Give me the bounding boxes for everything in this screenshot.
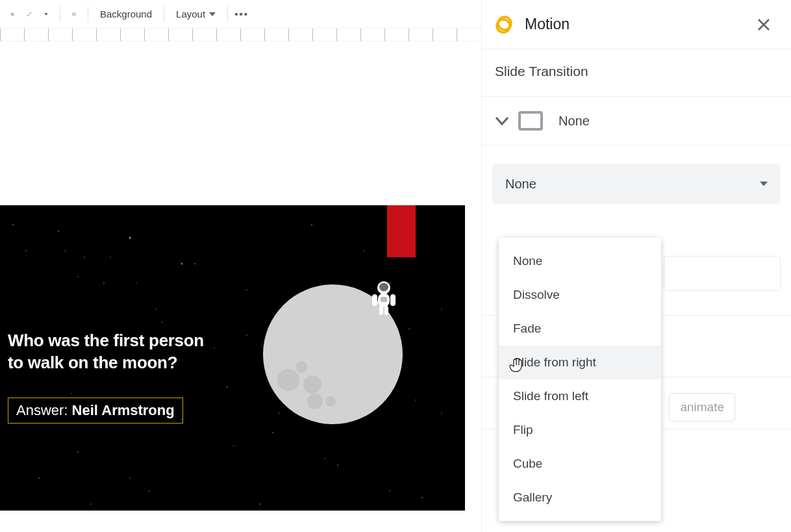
svg-rect-13 [379, 306, 383, 315]
layout-label: Layout [176, 8, 205, 19]
svg-point-4 [31, 12, 31, 13]
separator [164, 6, 164, 22]
dropdown-selected-label: None [505, 177, 536, 192]
layout-button[interactable]: Layout [171, 4, 221, 25]
astronaut-icon [368, 280, 400, 319]
transition-dropdown[interactable]: None [492, 164, 781, 204]
background-button[interactable]: Background [95, 4, 157, 25]
hidden-control-outline [664, 256, 781, 291]
current-transition-row[interactable]: None [482, 97, 791, 146]
close-icon[interactable] [752, 13, 775, 36]
motion-icon [494, 15, 513, 34]
dropdown-option-none[interactable]: None [499, 244, 661, 278]
svg-rect-15 [381, 297, 387, 302]
dropdown-option-slide-from-left[interactable]: Slide from left [499, 379, 661, 413]
slide-canvas[interactable]: Who was the first person to walk on the … [0, 205, 465, 511]
canvas-area: Who was the first person to walk on the … [0, 42, 482, 532]
sidebar-header: Motion [482, 0, 791, 49]
dropdown-option-dissolve[interactable]: Dissolve [499, 278, 661, 312]
motion-sidebar: Motion Slide Transition None None animat… [481, 0, 791, 532]
current-transition-label: None [559, 114, 590, 129]
dropdown-option-cube[interactable]: Cube [499, 447, 661, 481]
chevron-down-icon [760, 181, 768, 186]
question-text: Who was the first person to walk on the … [8, 330, 204, 374]
dropdown-option-gallery[interactable]: Gallery [499, 481, 661, 514]
shape-tool-icon[interactable] [5, 7, 19, 21]
comment-icon[interactable] [67, 7, 81, 21]
separator [60, 6, 60, 22]
svg-point-9 [379, 283, 388, 292]
animate-button[interactable]: animate [669, 393, 735, 422]
sidebar-title: Motion [525, 16, 752, 33]
svg-rect-14 [384, 306, 388, 315]
slide-transition-heading: Slide Transition [482, 49, 791, 97]
transition-dropdown-menu: None Dissolve Fade Slide from right Slid… [499, 238, 661, 521]
svg-rect-11 [372, 294, 377, 306]
line-tool-icon[interactable] [22, 7, 36, 21]
answer-box: Answer: Neil Armstrong [8, 398, 183, 424]
dropdown-icon[interactable] [39, 7, 53, 21]
separator [88, 6, 88, 22]
horizontal-ruler [0, 29, 479, 42]
dropdown-option-flip[interactable]: Flip [499, 413, 661, 447]
svg-point-3 [28, 15, 29, 16]
svg-line-2 [28, 13, 31, 16]
dropdown-option-fade[interactable]: Fade [499, 312, 661, 346]
more-icon[interactable]: ••• [234, 7, 249, 21]
svg-rect-12 [390, 294, 396, 306]
dropdown-option-slide-from-right[interactable]: Slide from right [499, 346, 661, 379]
chevron-down-icon [495, 116, 509, 125]
separator [227, 6, 228, 22]
red-rectangle [387, 205, 416, 257]
slide-thumb-icon [518, 111, 543, 131]
